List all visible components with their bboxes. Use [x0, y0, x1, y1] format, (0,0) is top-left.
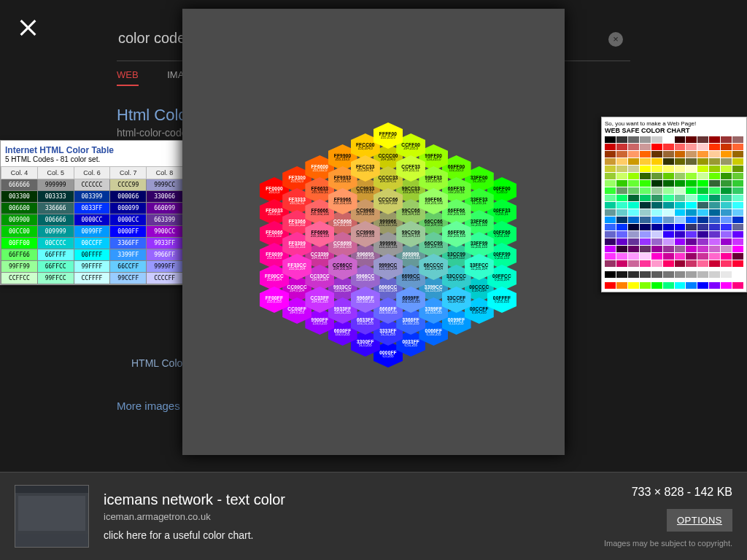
color-cell: 9999CC — [147, 179, 183, 191]
more-images-link[interactable]: More images — [117, 400, 180, 412]
color-cell: 66CCFF — [110, 261, 147, 273]
color-cell: 00CC00 — [1, 226, 38, 238]
hex-cell: 99FF66153,255,102 — [419, 188, 448, 214]
hex-cell: FF9966255,153,102 — [328, 188, 357, 214]
hex-cell: FF00FF255,0,255 — [260, 287, 289, 313]
col-header: Col. 7 — [110, 167, 147, 179]
color-cell: 66FF66 — [1, 249, 38, 261]
color-cell: 99FFCC — [37, 273, 74, 284]
color-cell: 006666 — [37, 214, 74, 226]
hex-cell: CCCC66204,204,102 — [374, 188, 403, 214]
hex-cell: CCFF33204,255,51 — [396, 155, 425, 182]
image-info-bar: icemans network - text color iceman.arma… — [0, 472, 747, 560]
right-panel-line1: So, you want to make a Web Page! — [605, 120, 743, 127]
color-cell: CCCCCC — [74, 179, 110, 191]
color-cell: 00CCFF — [74, 238, 110, 249]
hex-cell: 9966FF153,102,255 — [351, 287, 380, 313]
color-cell: 000099 — [110, 203, 147, 214]
hex-cell: 66CCCC102,204,204 — [419, 254, 448, 280]
color-cell: 009900 — [1, 214, 38, 226]
table-row: 003300003333003399000066330066 — [1, 191, 183, 203]
hex-cell: 33FFCC51,255,204 — [465, 254, 494, 280]
right-related-image[interactable]: So, you want to make a Web Page! WEB SAF… — [601, 117, 747, 292]
copyright-note: Images may be subject to copyright. — [604, 539, 732, 548]
color-cell: CCFFCC — [1, 273, 38, 284]
color-cell: 0099FF — [74, 226, 110, 238]
close-icon[interactable] — [18, 18, 38, 38]
source-page-thumbnail[interactable] — [15, 485, 89, 548]
table-row: CCFFCC99FFCCCCFFFF99CCFFCCCCFF — [1, 273, 183, 284]
color-cell: CCFFFF — [74, 273, 110, 284]
hex-cell: CC33FF204,51,255 — [305, 287, 334, 313]
color-cell: 00FF00 — [1, 238, 38, 249]
color-cell: 99FFFF — [74, 261, 110, 273]
gray-row — [605, 271, 743, 278]
image-lightbox[interactable]: 0000FF0,0,2550033CC0,51,2040033FF0,51,25… — [182, 9, 565, 455]
hex-cell: 9999CC153,153,204 — [374, 254, 403, 280]
tab-web[interactable]: WEB — [117, 69, 139, 86]
clear-search-icon[interactable]: × — [608, 32, 623, 47]
table-row: 666666999999CCCCCCCCCC999999CC — [1, 179, 183, 191]
table-row: 0066003366660033FF000099660099 — [1, 203, 183, 214]
color-cell: 999999 — [37, 179, 74, 191]
hex-cell: 99CC99153,204,153 — [396, 221, 425, 247]
table-row: 00CC000099990099FF0000FF9900CC — [1, 226, 183, 238]
image-dimensions: 733 × 828 - 142 KB — [604, 486, 732, 499]
hue-row — [605, 282, 743, 289]
table-row: 00FF0000CCCC00CCFF3366FF9933FF — [1, 238, 183, 249]
image-source-url[interactable]: iceman.armagetron.co.uk — [104, 511, 285, 522]
hex-cell: 66FF99102,255,153 — [442, 221, 471, 247]
color-cell: 3399FF — [110, 249, 147, 261]
color-cell: 66FFFF — [37, 249, 74, 261]
color-cell: 003333 — [37, 191, 74, 203]
col-header: Col. 8 — [147, 167, 183, 179]
color-cell: 9933FF — [147, 238, 183, 249]
hex-cell: FF6699255,102,153 — [305, 221, 334, 247]
color-cell: 0033FF — [74, 203, 110, 214]
hex-cell: 6699FF102,153,255 — [396, 287, 425, 313]
image-title: icemans network - text color — [104, 491, 285, 508]
col-header: Col. 5 — [37, 167, 74, 179]
color-cell: 66FFCC — [37, 261, 74, 273]
left-related-image[interactable]: Internet HTML Color Table 5 HTML Codes -… — [0, 140, 184, 285]
color-cell: 9999FF — [147, 261, 183, 273]
swatch-grid — [605, 136, 743, 267]
color-cell: 99FF99 — [1, 261, 38, 273]
color-cell: 330066 — [147, 191, 183, 203]
color-cell: CCCCFF — [147, 273, 183, 284]
hex-cell: 33CCFF51,204,255 — [442, 287, 471, 313]
color-cell: 000066 — [110, 191, 147, 203]
color-cell: 666666 — [1, 179, 38, 191]
color-cell: 003300 — [1, 191, 38, 203]
color-cell: 009999 — [37, 226, 74, 238]
right-panel-line2: WEB SAFE COLOR CHART — [605, 127, 743, 134]
color-cell: 006600 — [1, 203, 38, 214]
color-cell: 99CCFF — [110, 273, 147, 284]
color-cell: CCCC99 — [110, 179, 147, 191]
hex-cell: CC9999204,153,153 — [351, 221, 380, 247]
image-caption: click here for a useful color chart. — [104, 529, 285, 541]
hex-cell: FF33CC255,51,204 — [282, 254, 311, 280]
color-cell: 0000FF — [110, 226, 147, 238]
options-button[interactable]: OPTIONS — [667, 509, 732, 532]
color-cell: 00FFFF — [74, 249, 110, 261]
hex-cell: 00FFFF0,255,255 — [487, 287, 516, 313]
col-header: Col. 4 — [1, 167, 38, 179]
color-table: Col. 4Col. 5Col. 6Col. 7Col. 8 666666999… — [1, 166, 183, 284]
left-panel-subtitle: 5 HTML Codes - 81 color set. — [1, 155, 183, 166]
col-header: Col. 6 — [74, 167, 110, 179]
color-cell: 660099 — [147, 203, 183, 214]
table-row: 66FF6666FFFF00FFFF3399FF9966FF — [1, 249, 183, 261]
color-cell: 0000CC — [110, 214, 147, 226]
color-cell: 00CCCC — [37, 238, 74, 249]
table-row: 0099000066660000CC0000CC663399 — [1, 214, 183, 226]
color-cell: 003399 — [74, 191, 110, 203]
hex-cell: CC66CC204,102,204 — [328, 254, 357, 280]
hex-cell: FFCC33255,204,51 — [351, 155, 380, 182]
color-cell: 0000CC — [74, 214, 110, 226]
left-panel-title: Internet HTML Color Table — [1, 141, 183, 155]
color-cell: 9966FF — [147, 249, 183, 261]
hex-cell: FFFF00255,255,0 — [374, 122, 403, 149]
color-cell: 3366FF — [110, 238, 147, 249]
color-cell: 9900CC — [147, 226, 183, 238]
